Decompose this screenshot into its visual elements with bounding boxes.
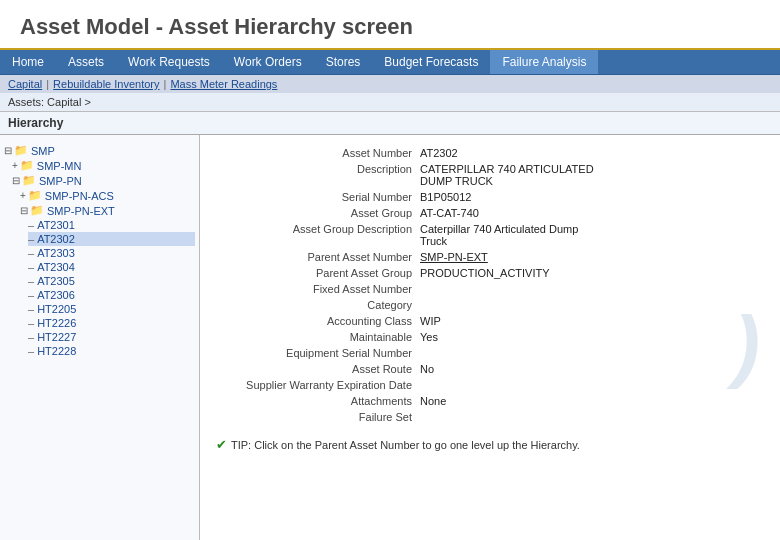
nav-item-work-requests[interactable]: Work Requests <box>116 50 222 74</box>
toggle-smp-pn-acs: + <box>20 190 26 201</box>
tree-node-ht2226[interactable]: – HT2226 <box>28 316 195 330</box>
tree-label-smp-mn: SMP-MN <box>37 160 82 172</box>
label-accounting-class: Accounting Class <box>216 313 416 329</box>
tree-label-smp: SMP <box>31 145 55 157</box>
dash-at2301: – <box>28 219 34 231</box>
tree-node-at2303[interactable]: – AT2303 <box>28 246 195 260</box>
label-parent-asset-group: Parent Asset Group <box>216 265 416 281</box>
label-asset-route: Asset Route <box>216 361 416 377</box>
field-failure-set: Failure Set <box>216 409 764 425</box>
value-equipment-serial-number <box>416 345 764 361</box>
value-asset-route: No <box>416 361 764 377</box>
dash-at2304: – <box>28 261 34 273</box>
value-parent-asset-group: PRODUCTION_ACTIVITY <box>416 265 764 281</box>
toggle-smp: ⊟ <box>4 145 12 156</box>
field-description: Description CATERPILLAR 740 ARTICULATEDD… <box>216 161 764 189</box>
detail-table: Asset Number AT2302 Description CATERPIL… <box>216 145 764 425</box>
dash-ht2227: – <box>28 331 34 343</box>
field-asset-group-description: Asset Group Description Caterpillar 740 … <box>216 221 764 249</box>
value-parent-asset-number[interactable]: SMP-PN-EXT <box>416 249 764 265</box>
nav-item-home[interactable]: Home <box>0 50 56 74</box>
value-serial-number: B1P05012 <box>416 189 764 205</box>
breadcrumb: Assets: Capital > <box>0 93 780 112</box>
page-title: Asset Model - Asset Hierarchy screen <box>0 0 780 50</box>
dash-ht2226: – <box>28 317 34 329</box>
label-parent-asset-number: Parent Asset Number <box>216 249 416 265</box>
tree-node-at2302[interactable]: – AT2302 <box>28 232 195 246</box>
label-asset-group-description: Asset Group Description <box>216 221 416 249</box>
tree-label-smp-pn-acs: SMP-PN-ACS <box>45 190 114 202</box>
field-category: Category <box>216 297 764 313</box>
value-fixed-asset-number <box>416 281 764 297</box>
subnav-rebuildable[interactable]: Rebuildable Inventory <box>53 78 159 90</box>
toggle-smp-pn: ⊟ <box>12 175 20 186</box>
tree-node-smp-pn-ext[interactable]: ⊟ 📁 SMP-PN-EXT <box>20 203 195 218</box>
tip-text: TIP: Click on the Parent Asset Number to… <box>231 439 580 451</box>
dash-at2303: – <box>28 247 34 259</box>
tree-node-ht2205[interactable]: – HT2205 <box>28 302 195 316</box>
tree-node-smp[interactable]: ⊟ 📁 SMP <box>4 143 195 158</box>
tree-node-smp-pn[interactable]: ⊟ 📁 SMP-PN <box>12 173 195 188</box>
subnav-capital[interactable]: Capital <box>8 78 42 90</box>
toggle-smp-pn-ext: ⊟ <box>20 205 28 216</box>
field-asset-route: Asset Route No <box>216 361 764 377</box>
label-attachments: Attachments <box>216 393 416 409</box>
tree-node-at2304[interactable]: – AT2304 <box>28 260 195 274</box>
field-equipment-serial-number: Equipment Serial Number <box>216 345 764 361</box>
subnav-sep2: | <box>164 78 167 90</box>
nav-item-failure-analysis[interactable]: Failure Analysis <box>490 50 598 74</box>
value-asset-group: AT-CAT-740 <box>416 205 764 221</box>
label-asset-group: Asset Group <box>216 205 416 221</box>
dash-ht2205: – <box>28 303 34 315</box>
tree-label-at2304: AT2304 <box>37 261 75 273</box>
subnav-mass-meter[interactable]: Mass Meter Readings <box>170 78 277 90</box>
folder-icon-smp-pn: 📁 <box>22 174 36 187</box>
tree-node-ht2228[interactable]: – HT2228 <box>28 344 195 358</box>
field-serial-number: Serial Number B1P05012 <box>216 189 764 205</box>
tree-node-at2301[interactable]: – AT2301 <box>28 218 195 232</box>
tip-bar: ✔ TIP: Click on the Parent Asset Number … <box>216 437 764 452</box>
label-supplier-warranty: Supplier Warranty Expiration Date <box>216 377 416 393</box>
value-attachments: None <box>416 393 764 409</box>
dash-at2305: – <box>28 275 34 287</box>
main-content: ⊟ 📁 SMP + 📁 SMP-MN ⊟ 📁 SMP-PN + 📁 SMP-PN… <box>0 135 780 540</box>
label-category: Category <box>216 297 416 313</box>
label-equipment-serial-number: Equipment Serial Number <box>216 345 416 361</box>
label-description: Description <box>216 161 416 189</box>
nav-item-budget-forecasts[interactable]: Budget Forecasts <box>372 50 490 74</box>
tree-label-at2305: AT2305 <box>37 275 75 287</box>
value-supplier-warranty <box>416 377 764 393</box>
sub-nav: Capital | Rebuildable Inventory | Mass M… <box>0 75 780 93</box>
tree-node-smp-pn-acs[interactable]: + 📁 SMP-PN-ACS <box>20 188 195 203</box>
nav-item-work-orders[interactable]: Work Orders <box>222 50 314 74</box>
field-maintainable: Maintainable Yes <box>216 329 764 345</box>
value-category <box>416 297 764 313</box>
field-parent-asset-number: Parent Asset Number SMP-PN-EXT <box>216 249 764 265</box>
tree-label-at2302: AT2302 <box>37 233 75 245</box>
subnav-sep1: | <box>46 78 49 90</box>
field-asset-group: Asset Group AT-CAT-740 <box>216 205 764 221</box>
field-accounting-class: Accounting Class WIP <box>216 313 764 329</box>
check-icon: ✔ <box>216 437 227 452</box>
tree-node-smp-mn[interactable]: + 📁 SMP-MN <box>12 158 195 173</box>
value-asset-number: AT2302 <box>416 145 764 161</box>
toggle-smp-mn: + <box>12 160 18 171</box>
field-fixed-asset-number: Fixed Asset Number <box>216 281 764 297</box>
label-maintainable: Maintainable <box>216 329 416 345</box>
tree-label-ht2227: HT2227 <box>37 331 76 343</box>
tree-node-ht2227[interactable]: – HT2227 <box>28 330 195 344</box>
tree-node-at2306[interactable]: – AT2306 <box>28 288 195 302</box>
value-description: CATERPILLAR 740 ARTICULATEDDUMP TRUCK <box>416 161 764 189</box>
dash-at2306: – <box>28 289 34 301</box>
tree-node-at2305[interactable]: – AT2305 <box>28 274 195 288</box>
folder-icon-smp-pn-ext: 📁 <box>30 204 44 217</box>
dash-ht2228: – <box>28 345 34 357</box>
tree-label-at2301: AT2301 <box>37 219 75 231</box>
section-header: Hierarchy <box>0 112 780 135</box>
sidebar-tree: ⊟ 📁 SMP + 📁 SMP-MN ⊟ 📁 SMP-PN + 📁 SMP-PN… <box>0 135 200 540</box>
nav-bar: Home Assets Work Requests Work Orders St… <box>0 50 780 75</box>
nav-item-stores[interactable]: Stores <box>314 50 373 74</box>
tree-label-smp-pn: SMP-PN <box>39 175 82 187</box>
nav-item-assets[interactable]: Assets <box>56 50 116 74</box>
tree-label-ht2226: HT2226 <box>37 317 76 329</box>
